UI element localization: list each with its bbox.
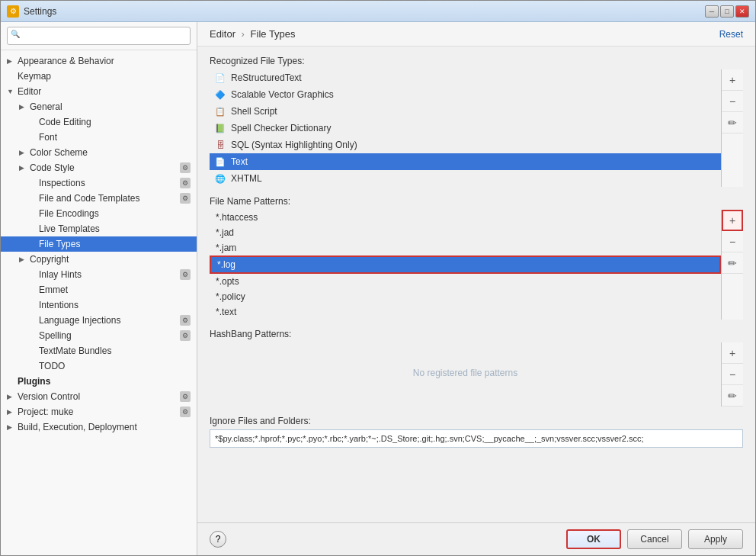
sidebar-item-inlay-hints[interactable]: Inlay Hints ⚙ [1,267,197,282]
cancel-button[interactable]: Cancel [627,529,682,549]
sidebar-item-file-encodings[interactable]: File Encodings [1,206,197,221]
sidebar-item-emmet[interactable]: Emmet [1,282,197,297]
edit-file-type-button[interactable]: ✏ [722,112,743,133]
pattern-item[interactable]: *.htaccess [210,210,721,225]
file-icon: 🌐 [214,172,226,185]
sidebar-item-code-editing[interactable]: Code Editing [1,114,197,130]
settings-badge: ⚙ [180,162,191,173]
apply-button[interactable]: Apply [688,529,743,549]
sidebar: ▶ Appearance & Behavior Keymap ▼ Editor … [1,22,197,555]
hashbang-panel: No registered file patterns + − ✏ [210,342,743,407]
settings-badge: ⚙ [180,330,191,341]
pattern-item[interactable]: *.policy [210,289,721,304]
content-area: ▶ Appearance & Behavior Keymap ▼ Editor … [1,22,755,555]
file-type-item[interactable]: 🗄 SQL (Syntax Highlighting Only) [210,137,721,153]
sidebar-item-file-code-templates[interactable]: File and Code Templates ⚙ [1,191,197,206]
remove-hashbang-button[interactable]: − [722,364,743,385]
file-icon: 📋 [214,105,226,117]
sidebar-item-editor[interactable]: ▼ Editor [1,84,197,99]
sidebar-item-font[interactable]: Font [1,130,197,145]
sidebar-item-copyright[interactable]: ▶ Copyright [1,252,197,267]
expand-icon: ▶ [7,423,14,431]
file-type-label: Text [231,156,248,167]
ignore-section: Ignore Files and Folders: *$py.class;*.h… [210,416,743,448]
maximize-button[interactable]: □ [720,5,734,18]
sidebar-item-label: Editor [18,86,41,97]
file-type-item[interactable]: 📗 Spell Checker Dictionary [210,120,721,137]
pattern-label: *.text [216,307,236,317]
settings-badge: ⚙ [180,193,191,204]
expand-icon: ▼ [7,88,14,95]
pattern-item-log[interactable]: *.log [210,256,721,274]
sidebar-item-color-scheme[interactable]: ▶ Color Scheme [1,145,197,160]
sidebar-item-label: Language Injections [39,315,120,326]
ignore-value: *$py.class;*.hprof;*.pyc;*.pyo;*.rbc;*.y… [215,434,644,443]
expand-icon: ▶ [19,256,27,263]
window-title: Settings [24,6,56,17]
minimize-button[interactable]: ─ [705,5,719,18]
file-type-item[interactable]: 📄 Text [210,153,721,170]
remove-pattern-button[interactable]: − [722,231,743,252]
patterns-buttons: + − ✏ [721,210,743,320]
sidebar-item-code-style[interactable]: ▶ Code Style ⚙ [1,160,197,175]
ok-button[interactable]: OK [566,529,621,549]
file-type-label: ReStructuredText [231,72,302,83]
hashbang-section: HashBang Patterns: No registered file pa… [210,329,743,407]
file-type-item[interactable]: 📄 ReStructuredText [210,69,721,86]
expand-icon: ▶ [19,149,27,156]
search-input[interactable] [7,27,191,45]
add-hashbang-button[interactable]: + [722,342,743,364]
pattern-item[interactable]: *.jad [210,225,721,240]
file-type-label: SQL (Syntax Highlighting Only) [231,140,357,150]
patterns-section: File Name Patterns: *.htaccess *.jad *.j… [210,196,743,320]
file-type-label: Scalable Vector Graphics [231,89,334,100]
file-type-item[interactable]: 🔷 Scalable Vector Graphics [210,86,721,103]
sidebar-item-language-injections[interactable]: Language Injections ⚙ [1,313,197,328]
expand-icon: ▶ [7,408,14,416]
breadcrumb: Editor › File Types [210,28,296,40]
sidebar-item-label: Version Control [18,391,80,402]
settings-badge: ⚙ [180,178,191,188]
ignore-label: Ignore Files and Folders: [210,416,743,426]
sidebar-item-inspections[interactable]: Inspections ⚙ [1,175,197,191]
sidebar-item-textmate-bundles[interactable]: TextMate Bundles [1,343,197,358]
file-icon: 📄 [214,72,226,84]
sidebar-item-todo[interactable]: TODO [1,358,197,374]
sidebar-item-label: Live Templates [39,223,100,234]
sidebar-item-version-control[interactable]: ▶ Version Control ⚙ [1,389,197,404]
sidebar-item-label: Keymap [18,71,51,82]
titlebar-left: ⚙ Settings [7,5,56,18]
sidebar-item-keymap[interactable]: Keymap [1,69,197,84]
pattern-item[interactable]: *.opts [210,274,721,289]
sidebar-item-label: Inlay Hints [39,269,82,280]
sidebar-item-live-templates[interactable]: Live Templates [1,221,197,236]
sidebar-item-label: Emmet [39,284,68,295]
sidebar-item-appearance[interactable]: ▶ Appearance & Behavior [1,53,197,69]
sidebar-item-label: File Types [39,239,80,249]
sidebar-item-intentions[interactable]: Intentions [1,297,197,313]
file-type-item[interactable]: 🌐 XHTML [210,170,721,187]
sidebar-item-label: TODO [39,361,65,371]
pattern-item[interactable]: *.jam [210,240,721,256]
patterns-panel: *.htaccess *.jad *.jam *.log [210,210,743,320]
add-file-type-button[interactable]: + [722,69,743,91]
pattern-item[interactable]: *.text [210,304,721,320]
settings-window: ⚙ Settings ─ □ ✕ ▶ Appearance & Behavior [0,0,756,556]
sidebar-item-project-muke[interactable]: ▶ Project: muke ⚙ [1,404,197,419]
add-pattern-button[interactable]: + [722,210,743,231]
close-button[interactable]: ✕ [735,5,749,18]
sidebar-item-label: Font [39,132,57,143]
sidebar-item-general[interactable]: ▶ General [1,99,197,114]
reset-button[interactable]: Reset [719,29,743,40]
file-type-item[interactable]: 📋 Shell Script [210,103,721,120]
sidebar-item-plugins[interactable]: Plugins [1,374,197,389]
sidebar-item-spelling[interactable]: Spelling ⚙ [1,328,197,343]
help-button[interactable]: ? [210,531,226,548]
remove-file-type-button[interactable]: − [722,91,743,112]
edit-hashbang-button[interactable]: ✏ [722,385,743,407]
sidebar-item-file-types[interactable]: File Types [1,236,197,252]
main-header: Editor › File Types Reset [197,22,755,47]
edit-pattern-button[interactable]: ✏ [722,252,743,274]
sidebar-item-label: File Encodings [39,208,99,219]
sidebar-item-build-execution[interactable]: ▶ Build, Execution, Deployment [1,419,197,435]
